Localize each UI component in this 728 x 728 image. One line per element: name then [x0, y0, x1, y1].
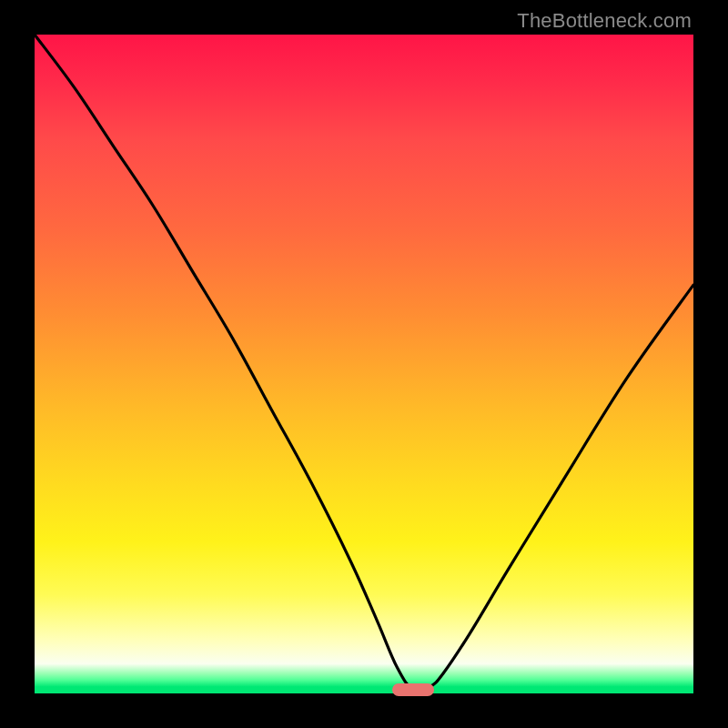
plot-area	[35, 35, 693, 693]
chart-frame: TheBottleneck.com	[0, 0, 728, 728]
optimal-marker	[392, 683, 434, 696]
bottleneck-curve	[35, 35, 693, 693]
watermark-text: TheBottleneck.com	[517, 9, 692, 33]
